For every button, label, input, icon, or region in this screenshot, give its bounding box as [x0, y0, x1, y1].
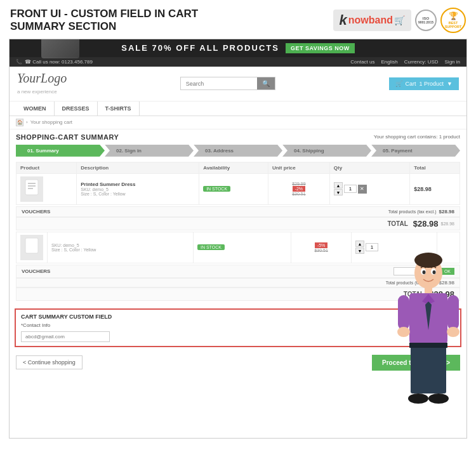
original-price: $29.99 — [292, 182, 305, 186]
cart-title-row: SHOPPING-CART SUMMARY Your shopping cart… — [16, 133, 460, 141]
product-image-2 — [20, 235, 43, 260]
qty-up-2[interactable]: ▲ — [355, 241, 364, 247]
col-total: Total — [410, 162, 460, 173]
step-address[interactable]: 03. Address — [194, 145, 282, 157]
qty-control[interactable]: ▲ ▼ ✕ — [334, 182, 406, 195]
availability-badge: IN STOCK — [203, 186, 230, 192]
trophy-icon: 🏆 — [449, 11, 458, 20]
page-header: FRONT UI - CUSTOM FIELD IN CART SUMMARY … — [0, 0, 476, 39]
continue-shopping-button[interactable]: < Continue shopping — [16, 355, 83, 369]
main-nav: WOMEN DRESSES T-SHIRTS — [10, 102, 466, 116]
svg-rect-4 — [28, 188, 33, 189]
contact-info-input[interactable] — [21, 331, 110, 342]
svg-point-20 — [447, 327, 459, 337]
qty-input[interactable] — [344, 185, 357, 193]
cart-count-text: Your shopping cart contains: 1 product — [374, 134, 460, 140]
cart-label: Cart — [406, 81, 416, 87]
qty-arrows[interactable]: ▲ ▼ — [334, 182, 343, 195]
steps-bar: 01. Summary 02. Sign in 03. Address 04. … — [16, 145, 460, 157]
contact-link[interactable]: Contact us — [350, 59, 374, 65]
product-size: Size : S, Color : Yellow — [81, 192, 195, 196]
step-summary[interactable]: 01. Summary — [16, 145, 105, 157]
product2-size: Size : S, Color : Yellow — [51, 248, 189, 252]
qty-down-button[interactable]: ▼ — [334, 189, 343, 195]
sale-price: $30.51 — [292, 192, 305, 196]
nav-item-women[interactable]: WOMEN — [16, 102, 55, 116]
voucher-label-1: VOUCHERS — [22, 209, 50, 215]
search-bar[interactable]: 🔍 — [180, 77, 275, 90]
voucher-row-1: VOUCHERS Total products (tax excl.) $28.… — [16, 206, 460, 217]
knowband-text: nowband — [348, 15, 393, 26]
qty-up-button[interactable]: ▲ — [334, 182, 343, 188]
svg-rect-18 — [447, 295, 459, 330]
col-unit-price: Unit price — [268, 162, 329, 173]
header-logos: k nowband 🛒 ISO 9001:2015 🏆 BEST SUPPORT — [333, 8, 466, 33]
screenshot-area: SALE 70% OFF ALL PRODUCTS GET SAVINGS NO… — [9, 39, 467, 439]
cart-icon: 🛒 — [395, 81, 402, 87]
svg-rect-17 — [398, 295, 409, 330]
breadcrumb-current: Your shopping cart — [30, 119, 72, 125]
step-payment[interactable]: 05. Payment — [371, 145, 460, 157]
cart-section-title: SHOPPING-CART SUMMARY — [16, 133, 119, 141]
search-input[interactable] — [181, 77, 257, 89]
delete-button[interactable]: ✕ — [358, 185, 367, 194]
row-total: $28.98 — [414, 186, 432, 192]
signin-link[interactable]: Sign in — [445, 59, 460, 65]
totals-value-1: $28.98 — [439, 209, 454, 215]
cart-button[interactable]: 🛒 Cart 1 Product ▼ — [389, 77, 459, 90]
totals-label-1: Total products (tax excl.) — [388, 209, 437, 214]
product-sku: SKU: demo_5 — [81, 187, 195, 192]
discount-badge: -2% — [293, 186, 305, 192]
product-table: Product Description Availability Unit pr… — [16, 162, 460, 205]
sale-banner: SALE 70% OFF ALL PRODUCTS GET SAVINGS NO… — [10, 39, 466, 57]
currency-selector[interactable]: Currency: USD — [404, 59, 439, 65]
nav-item-tshirts[interactable]: T-SHIRTS — [98, 102, 140, 116]
k-icon: k — [340, 12, 347, 29]
svg-point-19 — [397, 327, 410, 337]
banner-decoration — [41, 39, 79, 58]
svg-rect-22 — [409, 343, 447, 348]
price-box-2: -5% $30.51 — [295, 242, 347, 253]
voucher-label-2: VOUCHERS — [22, 268, 50, 274]
phone-text: ☎ Call us now: 0123.456.789 — [25, 59, 93, 65]
step-signin[interactable]: 02. Sign in — [105, 145, 194, 157]
step-shipping[interactable]: 04. Shipping — [282, 145, 371, 157]
svg-rect-21 — [411, 343, 446, 393]
language-selector[interactable]: English — [381, 59, 397, 65]
qty-arrows-2[interactable]: ▲ ▼ — [355, 241, 364, 254]
get-savings-button[interactable]: GET SAVINGS NOW — [286, 43, 355, 53]
cart-icon: 🛒 — [394, 15, 405, 25]
cart-count: 1 Product — [420, 81, 444, 87]
knowband-logo: k nowband 🛒 — [333, 10, 411, 31]
total-amount-1: $28.98 — [413, 219, 439, 228]
page-container: FRONT UI - CUSTOM FIELD IN CART SUMMARY … — [0, 0, 476, 476]
store-logo: YourLogo a new experience — [17, 72, 67, 96]
iso-badge: ISO 9001:2015 — [415, 10, 437, 31]
orig-price-2: $30.51 — [314, 248, 327, 253]
product-image — [20, 176, 43, 202]
store-header: YourLogo a new experience 🔍 🛒 Cart 1 Pro… — [10, 67, 466, 102]
voucher-input-area: Total products (tax excl.) $28.98 — [388, 209, 454, 215]
svg-rect-1 — [25, 180, 38, 195]
col-description: Description — [77, 162, 199, 173]
total-label-1: TOTAL — [387, 220, 407, 227]
svg-rect-6 — [25, 238, 38, 253]
support-badge: 🏆 BEST SUPPORT — [440, 8, 466, 33]
product2-sku: SKU: demo_5 — [51, 243, 189, 248]
home-icon[interactable]: 🏠 — [16, 119, 23, 126]
qty-input-2[interactable] — [366, 243, 378, 251]
top-nav: 📞 ☎ Call us now: 0123.456.789 Contact us… — [10, 57, 466, 67]
product-name: Printed Summer Dress — [81, 182, 195, 187]
svg-point-23 — [408, 393, 428, 404]
phone-icon: 📞 — [16, 59, 22, 65]
nav-item-dresses[interactable]: DRESSES — [55, 102, 98, 116]
search-button[interactable]: 🔍 — [257, 77, 275, 89]
svg-rect-13 — [425, 288, 432, 294]
svg-rect-2 — [28, 183, 36, 184]
discount-badge-2: -5% — [315, 242, 327, 248]
sale-text: SALE 70% OFF ALL PRODUCTS — [121, 43, 279, 53]
breadcrumb: 🏠 › Your shopping cart — [10, 116, 466, 129]
svg-point-12 — [433, 270, 436, 274]
qty-down-2[interactable]: ▼ — [355, 248, 364, 254]
col-availability: Availability — [199, 162, 268, 173]
